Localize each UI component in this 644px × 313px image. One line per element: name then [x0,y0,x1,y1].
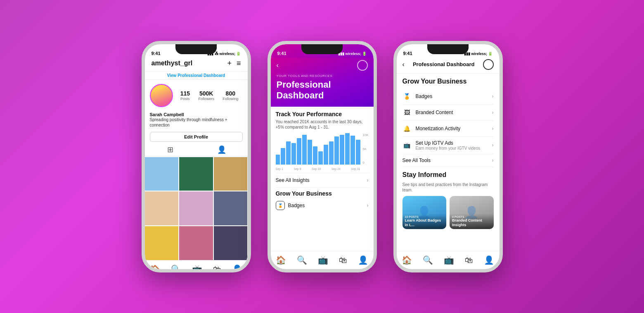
bio-text: Spreading positivity through mindfulness… [150,117,243,128]
bar-3 [291,143,296,165]
nav-search-1[interactable]: 🔍 [171,264,181,269]
status-time-3: 9:41 [403,51,412,56]
plus-icon[interactable]: + [227,59,232,68]
tab-grid[interactable]: ⊞ [145,145,197,154]
badges-chevron-p3: › [492,93,494,99]
dashboard-title: Professional Dashboard [277,79,368,101]
nav-profile-1[interactable]: 👤 [232,264,242,269]
p3-igtv-left: 📺 Set Up IGTV Ads Earn money from your I… [402,140,481,151]
nav-home-1[interactable]: 🏠 [150,264,160,269]
bottom-nav-1: 🏠 🔍 📺 🛍 👤 [145,260,248,269]
badges-chevron: › [367,203,369,208]
nav-profile-2[interactable]: 👤 [358,255,368,265]
posts-count: 115 [180,90,190,97]
bar-1 [281,148,285,165]
stay-card-1[interactable]: 👤 10 POSTS Learn About Badges in L... [402,196,447,229]
phones-container: 9:41 ▮▮▮ ⁂ wireless; 🔋 amethyst_grl + ≡ … [142,41,503,272]
grow-heading-p2: Grow Your Business [276,190,369,197]
nav-video-3[interactable]: 📺 [444,255,454,265]
p3-monetization-item[interactable]: 🔔 Monetization Activity › [402,121,494,137]
x-label-sep1: Sep 1 [276,167,283,170]
nav-search-2[interactable]: 🔍 [297,255,307,265]
badges-row[interactable]: 🏅 Badges › [276,198,369,213]
monetization-chevron-p3: › [492,126,494,131]
stay-card-2[interactable]: 👤 4 POSTS Branded Content Insights [450,196,494,229]
p3-monetization-left: 🔔 Monetization Activity [402,124,461,133]
nav-video-1[interactable]: 📺 [192,264,202,269]
track-subtext: You reached 201K accounts in the last 30… [276,119,369,130]
menu-icon[interactable]: ≡ [237,59,241,68]
x-label-sep24: Sep 24 [331,167,341,170]
nav-search-3[interactable]: 🔍 [423,255,433,265]
phone-1: 9:41 ▮▮▮ ⁂ wireless; 🔋 amethyst_grl + ≡ … [142,41,251,272]
back-arrow-icon[interactable]: ‹ [277,62,279,69]
grid-cell-5 [179,191,213,225]
nav-shop-3[interactable]: 🛍 [465,256,473,265]
bar-4 [297,138,301,165]
branded-icon-p3: 🖼 [402,108,412,117]
nav-home-2[interactable]: 🏠 [276,255,286,265]
bottom-nav-3: 🏠 🔍 📺 🛍 👤 [397,251,500,269]
grow-heading-p3: Grow Your Business [402,78,494,85]
x-label-sep8: Sep 8 [294,167,301,170]
chart-y-labels: 10K 5K 0 [362,133,368,165]
followers-count: 500K [199,90,213,97]
grid-cell-2 [179,157,213,191]
edit-profile-button[interactable]: Edit Profile [150,132,243,142]
see-all-insights-label: See All Insights [276,177,310,183]
bar-10 [329,141,334,165]
phone3-body: Grow Your Business 🏅 Badges › 🖼 [397,74,500,251]
see-all-chevron: › [367,177,369,183]
ring-icon [357,60,368,71]
monetization-label-p3: Monetization Activity [416,126,461,131]
p3-badges-item[interactable]: 🏅 Badges › [402,88,494,105]
branded-chevron-p3: › [492,110,494,115]
badges-label: Badges [288,203,305,208]
back-arrow-3[interactable]: ‹ [402,61,405,68]
phone2-gradient-header: ‹ YOUR TOOLS AND RESOURCES Professional … [271,57,374,107]
bar-9 [324,145,328,165]
nav-shop-1[interactable]: 🛍 [213,265,221,269]
badges-icon: 🏅 [276,201,285,210]
p3-igtv-item[interactable]: 📺 Set Up IGTV Ads Earn money from your I… [402,137,494,154]
p3-branded-left: 🖼 Branded Content [402,108,453,117]
bottom-nav-2: 🏠 🔍 📺 🛍 👤 [271,251,374,269]
stay-informed-heading: Stay Informed [402,171,494,179]
stay-informed-cards: 👤 10 POSTS Learn About Badges in L... 👤 [402,196,494,229]
dashboard-title-line2: Dashboard [277,90,324,100]
bar-15 [356,140,360,165]
y-label-10k: 10K [362,133,368,137]
see-all-insights-row[interactable]: See All Insights › [276,176,369,185]
monetization-icon-p3: 🔔 [402,124,412,133]
badges-icon-p3: 🏅 [402,92,412,101]
p3-see-all-tools[interactable]: See All Tools › [402,154,494,167]
nav-video-2[interactable]: 📺 [318,255,328,265]
grid-cell-1 [145,157,179,191]
status-time-1: 9:41 [152,51,161,56]
tab-tagged[interactable]: 👤 [196,145,248,154]
status-icons-3: ▮▮▮ wireless; 🔋 [464,52,493,56]
branded-label-p3: Branded Content [416,110,453,115]
card-2-posts: 4 POSTS [452,215,491,218]
notch-3 [427,44,469,54]
grid-cell-7 [145,226,179,260]
p3-branded-content-item[interactable]: 🖼 Branded Content › [402,105,494,121]
profile-bio: Sarah Campbell Spreading positivity thro… [145,111,248,130]
nav-profile-3[interactable]: 👤 [484,255,494,265]
nav-shop-2[interactable]: 🛍 [339,256,347,265]
phone3-header: ‹ Professional Dashboard [397,57,500,74]
y-label-0: 0 [362,161,368,165]
grid-cell-6 [214,191,248,225]
photo-grid [145,157,248,260]
bio-name: Sarah Campbell [150,112,243,117]
igtv-icon-p3: 📺 [402,141,412,150]
bar-7 [313,146,317,165]
igtv-label-p3: Set Up IGTV Ads [416,140,481,146]
stat-posts: 115 Posts [180,90,190,101]
nav-home-3[interactable]: 🏠 [402,255,412,265]
view-dashboard-link[interactable]: View Professional Dashboard [145,72,248,80]
see-all-tools-label: See All Tools [402,158,431,163]
avatar-image [151,85,172,106]
header-action-icons: + ≡ [227,59,241,68]
ring-icon-3 [483,59,494,70]
